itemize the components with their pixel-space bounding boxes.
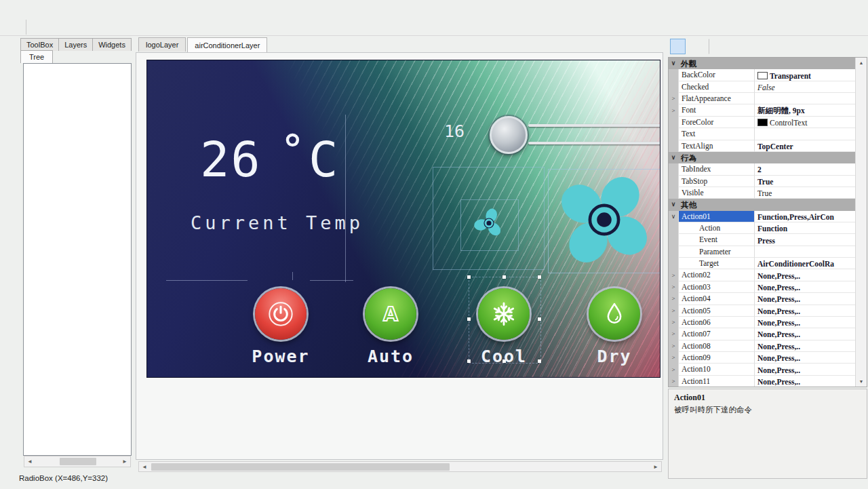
property-value-cell[interactable]: 新細明體, 9px xyxy=(754,104,856,116)
sort-alphabetical-icon[interactable] xyxy=(688,39,703,54)
property-value-cell[interactable] xyxy=(754,152,856,163)
property-name-cell[interactable]: Event xyxy=(678,234,754,246)
dry-button[interactable] xyxy=(589,288,640,340)
make-same-size-icon[interactable] xyxy=(110,22,121,33)
property-name-cell[interactable]: Action06 xyxy=(678,317,754,328)
auto-button[interactable]: A xyxy=(365,288,416,340)
scroll-down-icon[interactable]: ▼ xyxy=(856,376,867,387)
property-value-cell[interactable]: None,Press,.. xyxy=(754,364,856,375)
property-name-cell[interactable]: Action09 xyxy=(678,352,754,364)
property-value-cell[interactable]: None,Press,.. xyxy=(754,269,856,281)
property-row[interactable]: TabStop True xyxy=(669,176,856,187)
scrollbar-thumb[interactable] xyxy=(151,463,450,471)
expander-icon[interactable] xyxy=(671,343,675,349)
property-value-cell[interactable] xyxy=(754,128,856,140)
property-row[interactable]: Action Function xyxy=(669,222,856,234)
expander-icon[interactable] xyxy=(671,284,675,290)
property-value-cell[interactable]: 2 xyxy=(754,163,856,175)
tab-tree[interactable]: Tree xyxy=(20,50,53,63)
tab-layers[interactable]: Layers xyxy=(58,38,93,51)
align-top-icon[interactable] xyxy=(32,22,43,33)
property-row[interactable]: Visible True xyxy=(669,187,856,199)
property-name-cell[interactable]: Action xyxy=(678,222,754,234)
distribute-vertical-icon[interactable] xyxy=(141,22,153,33)
property-name-cell[interactable]: BackColor xyxy=(678,69,754,81)
tab-toolbox[interactable]: ToolBox xyxy=(20,38,59,51)
property-row[interactable]: Event Press xyxy=(669,234,856,246)
property-row[interactable]: Checked False xyxy=(669,81,856,93)
expander-icon[interactable] xyxy=(671,319,675,326)
property-name-cell[interactable]: 其他 xyxy=(678,199,754,210)
property-value-cell[interactable]: ControlText xyxy=(754,117,856,128)
property-value-cell[interactable] xyxy=(754,199,856,210)
selection-handle[interactable] xyxy=(467,317,471,321)
property-name-cell[interactable]: Text xyxy=(678,128,754,140)
property-value-cell[interactable]: Press xyxy=(754,234,856,246)
properties-vertical-scrollbar[interactable]: ▲ ▼ xyxy=(855,58,867,387)
slider-track-upper[interactable] xyxy=(528,124,660,127)
property-value-cell[interactable]: False xyxy=(754,81,856,93)
property-name-cell[interactable]: Parameter xyxy=(678,246,754,258)
canvas-horizontal-scrollbar[interactable]: ◄ ► xyxy=(138,461,662,472)
property-name-cell[interactable]: Checked xyxy=(678,81,754,93)
property-name-cell[interactable]: Action01 xyxy=(678,211,754,222)
fan-4-blade-icon[interactable] xyxy=(553,169,655,271)
scroll-right-icon[interactable]: ► xyxy=(650,462,661,471)
property-row[interactable]: 其他 xyxy=(669,199,856,210)
property-value-cell[interactable]: Transparent xyxy=(754,69,856,81)
selection-handle[interactable] xyxy=(502,275,506,279)
expander-icon[interactable] xyxy=(671,108,675,114)
property-name-cell[interactable]: Action08 xyxy=(678,340,754,352)
expander-icon[interactable] xyxy=(671,273,675,279)
property-name-cell[interactable]: Action03 xyxy=(678,281,754,293)
property-value-cell[interactable]: AirConditionerCoolRa xyxy=(754,258,856,269)
scroll-right-icon[interactable]: ► xyxy=(119,456,130,467)
expander-icon[interactable] xyxy=(671,155,676,161)
property-row[interactable]: Action02 None,Press,.. xyxy=(669,269,856,281)
property-value-cell[interactable] xyxy=(754,58,856,69)
property-row[interactable]: TabIndex 2 xyxy=(669,163,856,175)
property-pages-icon[interactable] xyxy=(709,39,730,54)
property-row[interactable]: Action01 Function,Press,AirCon xyxy=(669,211,856,222)
selection-handle[interactable] xyxy=(538,275,541,279)
property-row[interactable]: Action09 None,Press,.. xyxy=(669,352,856,364)
property-name-cell[interactable]: FlatAppearance xyxy=(678,93,754,104)
slider-value-label[interactable]: 16 xyxy=(444,121,465,141)
property-row[interactable]: Action03 None,Press,.. xyxy=(669,281,856,293)
expander-icon[interactable] xyxy=(671,331,675,337)
categorized-icon[interactable] xyxy=(670,39,686,54)
property-row[interactable]: Action07 None,Press,.. xyxy=(669,328,856,340)
scroll-up-icon[interactable]: ▲ xyxy=(856,58,867,68)
property-value-cell[interactable]: None,Press,.. xyxy=(754,281,856,293)
property-value-cell[interactable]: Function,Press,AirCon xyxy=(754,211,856,222)
align-bottom-icon[interactable] xyxy=(47,22,59,33)
layer-object-list[interactable] xyxy=(23,63,132,456)
tab-widgets[interactable]: Widgets xyxy=(92,38,132,51)
property-row[interactable]: Parameter xyxy=(669,246,856,258)
expander-icon[interactable] xyxy=(671,96,675,102)
property-row[interactable]: Action05 None,Press,.. xyxy=(669,305,856,317)
align-left-icon[interactable] xyxy=(63,22,75,33)
property-value-cell[interactable]: None,Press,.. xyxy=(754,317,856,328)
property-value-cell[interactable]: None,Press,.. xyxy=(754,305,856,317)
property-value-cell[interactable] xyxy=(754,93,856,104)
current-temp-label[interactable]: Current Temp xyxy=(191,212,363,233)
design-canvas[interactable]: 26˚C Current Temp 16 xyxy=(146,60,660,378)
property-row[interactable]: FlatAppearance xyxy=(669,93,856,104)
cool-button[interactable] xyxy=(478,288,530,340)
expander-icon[interactable] xyxy=(671,201,676,208)
current-temperature-display[interactable]: 26˚C xyxy=(200,131,339,188)
property-value-cell[interactable]: None,Press,.. xyxy=(754,376,856,387)
expander-icon[interactable] xyxy=(671,214,676,220)
property-name-cell[interactable]: 外觀 xyxy=(678,58,754,69)
list-horizontal-scrollbar[interactable]: ◄ ► xyxy=(24,456,131,467)
property-value-cell[interactable] xyxy=(754,246,856,258)
property-name-cell[interactable]: Action05 xyxy=(678,305,754,317)
property-value-cell[interactable]: Function xyxy=(754,222,856,234)
expander-icon[interactable] xyxy=(671,367,675,373)
expander-icon[interactable] xyxy=(671,60,676,66)
property-name-cell[interactable]: TextAlign xyxy=(678,140,754,152)
property-value-cell[interactable]: None,Press,.. xyxy=(754,328,856,340)
expander-icon[interactable] xyxy=(671,296,675,302)
property-name-cell[interactable]: Action11 xyxy=(678,376,754,387)
